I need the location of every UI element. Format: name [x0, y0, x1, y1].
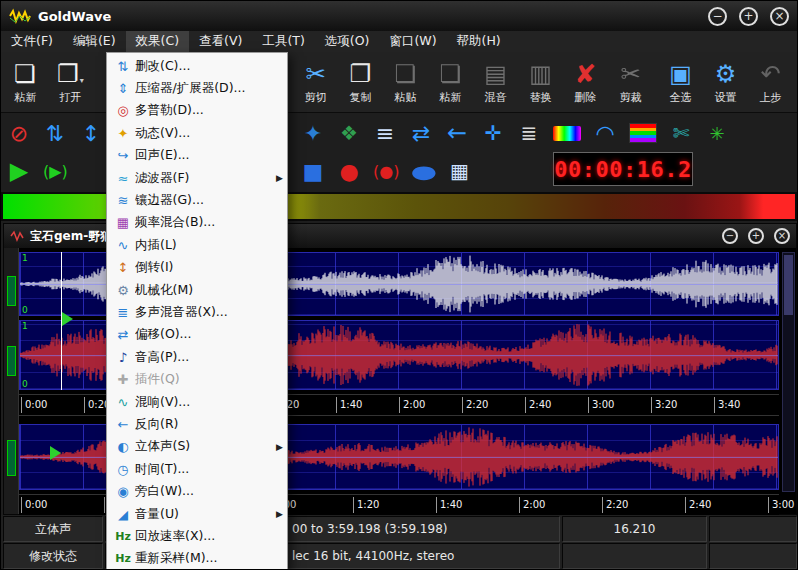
toolbar-icon[interactable]: ✛ [481, 118, 505, 148]
toolbar-button[interactable]: ↶ 上步 [748, 53, 793, 110]
effects-menu-item[interactable]: Hz 回放速率(X)... [107, 525, 287, 547]
menu-bar-item[interactable]: 选项(O) [315, 31, 380, 52]
record-icon: ● [339, 159, 358, 184]
effects-menu-item[interactable]: ≋ 镶边器(G)... [107, 189, 287, 211]
scrollbar-thumb[interactable] [784, 255, 793, 315]
effects-menu-item[interactable]: ⇅ 删改(C)... [107, 55, 287, 77]
effects-menu-item[interactable]: ∿ 内插(L) [107, 234, 287, 256]
vertical-scrollbar[interactable] [782, 252, 795, 492]
document-minimize-button[interactable]: − [722, 228, 738, 244]
menu-bar-item[interactable]: 文件(F) [1, 31, 63, 52]
toolbar-icon[interactable]: (●) [373, 156, 399, 186]
toolbar-icon[interactable]: ⇅ [43, 118, 67, 148]
toolbar-icon[interactable]: ● [337, 156, 361, 186]
effects-menu-item-label: 立体声(S) [135, 438, 273, 455]
v-expand-icon: ↕ [82, 121, 100, 146]
toolbar-button[interactable]: ▤ 混音 [473, 53, 518, 110]
toolbar-button[interactable]: ❏ 粘贴 [383, 53, 428, 110]
menu-bar-item[interactable]: 窗口(W) [379, 31, 446, 52]
toolbar-icon[interactable]: ❖ [337, 118, 361, 148]
toolbar-icon[interactable]: ← [445, 118, 469, 148]
oval-icon: ● [410, 161, 437, 182]
toolbar-button[interactable]: ✂ 剪裁 [608, 53, 653, 110]
toolbar-icon[interactable]: ✦ [301, 118, 325, 148]
effects-menu-item[interactable]: ← 反向(R) [107, 413, 287, 435]
m-doppler-icon: ◎ [111, 103, 135, 118]
toolbar-icon[interactable]: ⇄ [409, 118, 433, 148]
effects-menu-item-label: 插件(Q) [135, 371, 273, 388]
effects-menu-item[interactable]: Hz 重新采样(M)... [107, 548, 287, 570]
effects-menu-item[interactable]: ▦ 频率混合(B)... [107, 212, 287, 234]
toolbar-icon[interactable]: ◠ [593, 118, 617, 148]
toolbar-icon[interactable]: ▦ [447, 156, 471, 186]
selection-start-marker-icon[interactable] [62, 312, 73, 326]
sparkle-icon: ✳ [709, 123, 724, 144]
toolbar-icon[interactable]: ● [411, 156, 435, 186]
channel-left-marker[interactable] [7, 276, 16, 306]
effects-menu-item[interactable]: ◎ 多普勒(D)... [107, 100, 287, 122]
toolbar-button[interactable]: ❏ 粘新 [428, 53, 473, 110]
menu-bar-item[interactable]: 查看(V) [189, 31, 252, 52]
document-maximize-button[interactable]: + [748, 228, 764, 244]
toolbar-icon[interactable]: ✄ [669, 118, 693, 148]
toolbar-button[interactable]: ▥ 替换 [518, 53, 563, 110]
toolbar-icon[interactable]: ≣ [517, 118, 541, 148]
toolbar-icon[interactable]: ≡ [373, 118, 397, 148]
effects-menu-item[interactable]: ◉ 旁白(W)... [107, 480, 287, 502]
menu-bar-item[interactable]: 编辑(E) [63, 31, 126, 52]
toolbar-icon[interactable]: ↕ [79, 118, 103, 148]
maximize-button[interactable]: + [739, 7, 758, 26]
effects-menu-item[interactable]: ⇕ 压缩器/扩展器(D)... [107, 77, 287, 99]
open-icon: ❐ [57, 60, 79, 88]
toolbar-icon[interactable]: (▶) [43, 156, 68, 186]
toolbar-icon[interactable] [553, 118, 581, 148]
title-bar[interactable]: GoldWave − + × [1, 1, 797, 31]
close-button[interactable]: × [770, 7, 789, 26]
minimize-button[interactable]: − [708, 7, 727, 26]
toolbar-button[interactable]: ⚙ 设置 [703, 53, 748, 110]
effects-menu-item[interactable]: ♪ 音高(P)... [107, 346, 287, 368]
document-close-button[interactable]: × [774, 228, 790, 244]
effects-menu-item[interactable]: ⇄ 偏移(O)... [107, 324, 287, 346]
overview-position-marker-icon[interactable] [50, 446, 61, 460]
toolbar-button[interactable]: ▣ 全选 [658, 53, 703, 110]
effects-menu-item[interactable]: ◐ 立体声(S) ▶ [107, 436, 287, 458]
effects-menu-item[interactable]: ⚙ 机械化(M) [107, 279, 287, 301]
effects-menu-item-label: 混响(V)... [135, 394, 273, 411]
toolbar-icon[interactable]: ✳ [705, 118, 729, 148]
effects-menu-item[interactable]: ∿ 混响(V)... [107, 391, 287, 413]
toolbar-button[interactable]: ✘ 删除 [563, 53, 608, 110]
toolbar-button[interactable]: ❏ 粘新 [3, 53, 48, 110]
effects-menu-item[interactable]: ✚ 插件(Q) [107, 368, 287, 390]
effects-menu-item[interactable]: ◢ 音量(U) ▶ [107, 503, 287, 525]
toolbar-button[interactable]: ✂ 剪切 [293, 53, 338, 110]
m-plugin-icon: ✚ [111, 372, 135, 387]
toolbar-button[interactable]: ❐▾ 打开 [48, 53, 93, 110]
play-icon: ▶ [10, 157, 28, 185]
menu-bar-item[interactable]: 帮助(H) [447, 31, 511, 52]
sliders-icon: ≣ [521, 121, 538, 145]
dropdown-caret-icon[interactable]: ▾ [80, 76, 84, 85]
toolbar-icon[interactable] [629, 118, 657, 148]
effects-menu-item[interactable]: ◷ 时间(T)... [107, 458, 287, 480]
select-all-icon: ▣ [669, 60, 692, 88]
m-hz-icon: Hz [111, 530, 135, 543]
effects-menu-item[interactable]: ≈ 滤波器(F) ▶ [107, 167, 287, 189]
toolbar-button[interactable]: ❐ 复制 [338, 53, 383, 110]
effects-menu-item[interactable]: ↪ 回声(E)... [107, 145, 287, 167]
menu-bar-item[interactable]: 工具(T) [252, 31, 314, 52]
channel-right-marker[interactable] [7, 346, 16, 376]
toolbar-icon[interactable]: ▶ [7, 156, 31, 186]
record-tools: ■●(●)●▦ [301, 152, 471, 190]
menu-bar-item[interactable]: 效果(C) [126, 31, 189, 52]
effects-menu-item[interactable]: ✦ 动态(V)... [107, 122, 287, 144]
effects-menu-item-label: 回放速率(X)... [135, 528, 273, 545]
page-new-icon: ❏ [14, 60, 36, 88]
overview-marker[interactable] [7, 440, 16, 476]
toolbar-icon[interactable]: ■ [301, 156, 325, 186]
ruler-tick: 0:00 [21, 497, 47, 513]
effects-menu-item[interactable]: ≣ 多声混音器(X)... [107, 301, 287, 323]
toolbar-icon[interactable]: ⊘ [7, 118, 31, 148]
app-title: GoldWave [38, 9, 111, 24]
effects-menu-item[interactable]: ↕ 倒转(I) [107, 257, 287, 279]
